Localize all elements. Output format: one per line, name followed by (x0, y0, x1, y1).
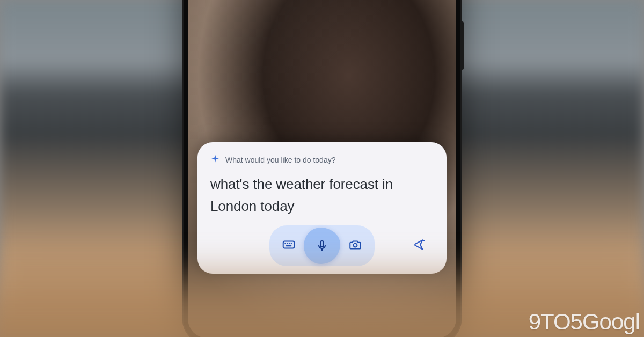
svg-point-9 (423, 240, 425, 241)
watermark: 9TO5Googl (529, 309, 640, 335)
assistant-prompt: What would you like to do today? (225, 156, 335, 164)
send-icon (413, 238, 427, 254)
phone-frame: What would you like to do today? what's … (182, 0, 462, 337)
svg-rect-6 (320, 241, 324, 247)
svg-rect-0 (283, 241, 295, 248)
voice-transcript[interactable]: what's the weather forecast in London to… (210, 173, 434, 217)
camera-icon (348, 238, 362, 254)
phone-power-button (462, 21, 464, 70)
keyboard-button[interactable] (274, 233, 304, 259)
send-button[interactable] (409, 235, 430, 257)
assistant-card: What would you like to do today? what's … (197, 142, 447, 274)
keyboard-icon (282, 238, 296, 254)
phone-screen: What would you like to do today? what's … (188, 0, 456, 337)
input-mode-pill (269, 225, 375, 266)
sparkle-icon (210, 154, 220, 166)
assistant-header: What would you like to do today? (210, 154, 434, 166)
microphone-button[interactable] (304, 229, 340, 263)
camera-button[interactable] (340, 233, 370, 259)
assistant-action-row (210, 229, 434, 263)
svg-point-8 (354, 244, 357, 247)
